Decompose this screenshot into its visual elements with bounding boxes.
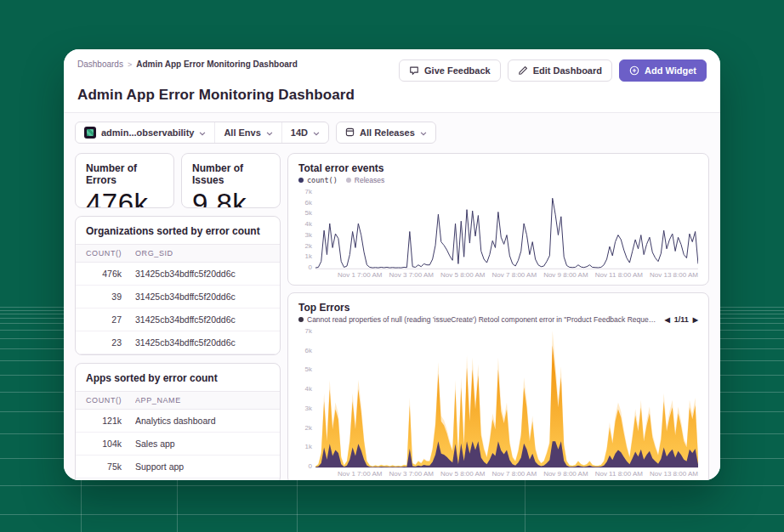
- column-header-count: COUNT(): [86, 249, 135, 258]
- y-tick: 7k: [298, 327, 312, 335]
- give-feedback-label: Give Feedback: [424, 65, 491, 76]
- table-header: COUNT() APP_NAME: [76, 391, 280, 410]
- x-axis: Nov 1 7:00 AM Nov 3 7:00 AM Nov 5 8:00 A…: [315, 468, 698, 478]
- cell-count: 39: [86, 291, 135, 302]
- table-row[interactable]: 476k 31425cb34bdffc5f20dd6c: [76, 263, 280, 286]
- pager-prev-icon[interactable]: ◀: [665, 316, 670, 324]
- y-tick: 2k: [298, 242, 312, 250]
- x-tick: Nov 7 8:00 AM: [492, 271, 537, 280]
- widget-title: Total error events: [298, 162, 698, 174]
- widget-title: Number of Errors: [86, 162, 163, 186]
- legend-count[interactable]: count(): [298, 176, 338, 184]
- org-avatar-icon: [84, 127, 96, 139]
- chevron-down-icon: [266, 127, 273, 138]
- column-header-org-sid: ORG_SID: [135, 249, 270, 258]
- give-feedback-button[interactable]: Give Feedback: [399, 59, 501, 82]
- y-axis: 7k 6k 5k 4k 3k 2k 1k 0: [298, 327, 315, 478]
- cell-count: 75k: [86, 461, 135, 472]
- cell-org-sid: 31425cb34bdffc5f20dd6c: [135, 337, 270, 348]
- legend-releases[interactable]: Releases: [346, 176, 384, 184]
- add-widget-button[interactable]: Add Widget: [619, 59, 707, 82]
- table-row[interactable]: 39 31425cb34bdffc5f20dd6c: [76, 286, 280, 308]
- cell-org-sid: 31425cb34bdffc5f20dd6c: [135, 269, 270, 279]
- chevron-down-icon: [199, 127, 206, 138]
- widget-title: Top Errors: [298, 302, 698, 314]
- cell-app-name: Sales app: [135, 439, 270, 449]
- x-tick: Nov 11 8:00 AM: [595, 271, 643, 280]
- y-tick: 3k: [298, 405, 312, 412]
- date-range-filter[interactable]: 14D: [282, 122, 328, 143]
- dashboard-window: Dashboards > Admin App Error Monitoring …: [64, 49, 720, 480]
- column-header-app-name: APP_NAME: [135, 396, 270, 405]
- releases-filter[interactable]: All Releases: [337, 122, 435, 143]
- table-row[interactable]: 104k Sales app: [76, 433, 280, 456]
- edit-dashboard-button[interactable]: Edit Dashboard: [508, 59, 612, 82]
- x-tick: Nov 5 8:00 AM: [440, 470, 485, 478]
- y-tick: 1k: [298, 252, 312, 260]
- project-filter-label: admin...observability: [101, 127, 194, 138]
- x-tick: Nov 3 7:00 AM: [389, 271, 434, 280]
- table-row[interactable]: 121k Analytics dashboard: [76, 410, 280, 433]
- number-of-issues-widget: Number of Issues 9.8k: [181, 153, 281, 208]
- breadcrumb: Dashboards > Admin App Error Monitoring …: [77, 59, 298, 69]
- y-tick: 7k: [298, 188, 312, 195]
- x-tick: Nov 1 7:00 AM: [338, 470, 382, 478]
- widget-title: Apps sorted by error count: [76, 364, 280, 391]
- environment-filter[interactable]: All Envs: [215, 122, 281, 143]
- releases-filter-group: All Releases: [336, 122, 436, 144]
- pager-count: 1/11: [674, 315, 689, 324]
- y-tick: 4k: [298, 385, 312, 393]
- filter-bar: admin...observability All Envs 14D: [75, 122, 709, 144]
- breadcrumb-root[interactable]: Dashboards: [77, 59, 123, 69]
- x-tick: Nov 1 7:00 AM: [338, 271, 382, 280]
- cell-app-name: Analytics dashboard: [135, 416, 270, 426]
- cell-count: 104k: [86, 439, 135, 449]
- y-tick: 3k: [298, 231, 312, 239]
- chevron-down-icon: [313, 127, 320, 138]
- top-errors-widget: Top Errors Cannot read properties of nul…: [287, 292, 709, 480]
- x-tick: Nov 11 8:00 AM: [595, 470, 643, 478]
- cell-count: 121k: [86, 416, 135, 426]
- x-tick: Nov 13 8:00 AM: [650, 470, 698, 478]
- page-filters-group: admin...observability All Envs 14D: [75, 122, 329, 144]
- edit-dashboard-label: Edit Dashboard: [533, 65, 602, 76]
- add-widget-label: Add Widget: [645, 65, 696, 76]
- x-tick: Nov 13 8:00 AM: [650, 271, 698, 280]
- page-title: Admin App Error Monitoring Dashboard: [77, 87, 707, 104]
- legend-pager: ◀ 1/11 ▶: [665, 315, 698, 324]
- y-axis: 7k 6k 5k 4k 3k 2k 1k 0: [298, 188, 315, 280]
- total-error-events-widget: Total error events count() Releases: [287, 153, 709, 286]
- cell-org-sid: 31425cb34bdffc5f20dd6c: [135, 314, 270, 325]
- x-axis: Nov 1 7:00 AM Nov 3 7:00 AM Nov 5 8:00 A…: [315, 269, 698, 280]
- cell-org-sid: 31425cb34bdffc5f20dd6c: [135, 291, 270, 302]
- table-row[interactable]: 23 31425cb34bdffc5f20dd6c: [76, 331, 280, 354]
- table-row[interactable]: 37k Admin dashboard: [76, 478, 280, 480]
- project-filter[interactable]: admin...observability: [76, 122, 215, 143]
- widget-title: Organizations sorted by error count: [76, 217, 280, 244]
- y-tick: 2k: [298, 424, 312, 432]
- errors-count-value: 476k: [86, 188, 163, 208]
- pager-next-icon[interactable]: ▶: [693, 316, 698, 324]
- table-row[interactable]: 27 31425cb34bdffc5f20dd6c: [76, 308, 280, 331]
- table-row[interactable]: 75k Support app: [76, 456, 280, 478]
- organizations-table-widget: Organizations sorted by error count COUN…: [75, 216, 281, 355]
- cell-count: 23: [86, 337, 135, 348]
- date-range-filter-label: 14D: [291, 127, 308, 138]
- widget-title: Number of Issues: [192, 162, 270, 186]
- legend-dot-icon: [298, 178, 304, 183]
- y-tick: 5k: [298, 365, 312, 373]
- y-tick: 1k: [298, 443, 312, 450]
- apps-table-widget: Apps sorted by error count COUNT() APP_N…: [75, 363, 281, 480]
- legend-dot-icon: [346, 178, 351, 183]
- top-errors-chart[interactable]: [315, 327, 698, 468]
- number-of-errors-widget: Number of Errors 476k: [75, 153, 174, 208]
- x-tick: Nov 9 8:00 AM: [543, 470, 588, 478]
- feedback-bubble-icon: [409, 65, 419, 76]
- dashboard-body: admin...observability All Envs 14D: [64, 113, 720, 480]
- total-error-events-chart[interactable]: [315, 188, 698, 269]
- releases-filter-label: All Releases: [360, 127, 415, 138]
- x-tick: Nov 7 8:00 AM: [492, 470, 537, 478]
- legend-top-error[interactable]: Cannot read properties of null (reading …: [298, 315, 656, 324]
- legend-dot-icon: [298, 317, 304, 322]
- y-tick: 0: [298, 462, 312, 470]
